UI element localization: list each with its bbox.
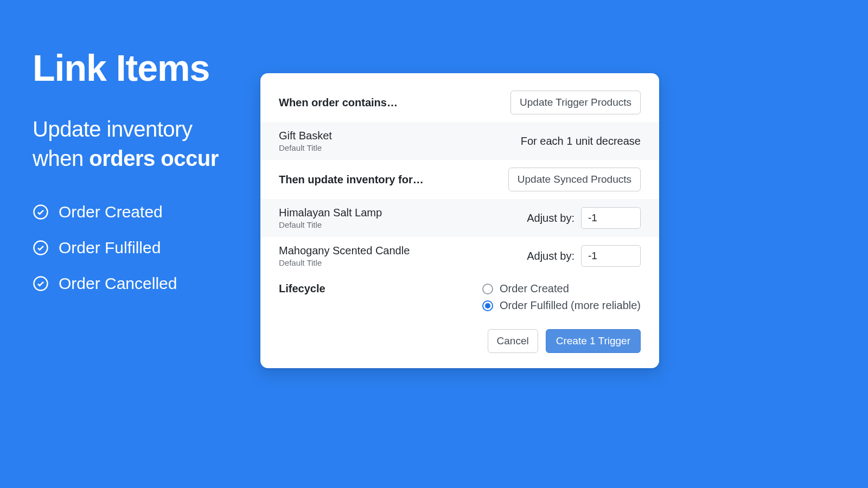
lifecycle-row: Lifecycle Order Created Order Fulfilled … xyxy=(260,275,659,316)
lifecycle-option-order-fulfilled[interactable]: Order Fulfilled (more reliable) xyxy=(482,299,641,312)
lifecycle-radio-group: Order Created Order Fulfilled (more reli… xyxy=(482,282,641,312)
svg-point-2 xyxy=(34,277,48,291)
lifecycle-label: Lifecycle xyxy=(279,282,326,295)
checklist-item: Order Cancelled xyxy=(33,274,239,293)
checklist-item: Order Fulfilled xyxy=(33,239,239,257)
svg-point-1 xyxy=(34,241,48,255)
product-variant: Default Title xyxy=(279,220,382,229)
product-variant: Default Title xyxy=(279,143,332,152)
when-header-row: When order contains… Update Trigger Prod… xyxy=(260,83,659,122)
product-variant: Default Title xyxy=(279,258,410,267)
check-circle-icon xyxy=(33,204,49,220)
adjust-by-input[interactable] xyxy=(581,245,641,267)
trigger-config-card: When order contains… Update Trigger Prod… xyxy=(260,73,659,368)
subtitle-emphasis: orders occur xyxy=(89,146,219,170)
radio-icon xyxy=(482,300,493,311)
checklist-label: Order Created xyxy=(59,203,163,221)
radio-icon xyxy=(482,284,493,294)
adjust-by-input[interactable] xyxy=(581,207,641,229)
config-panel-wrap: When order contains… Update Trigger Prod… xyxy=(260,0,868,368)
checklist-item: Order Created xyxy=(33,203,239,221)
radio-label: Order Fulfilled (more reliable) xyxy=(500,299,641,312)
page-title: Link Items xyxy=(33,49,239,87)
marketing-sidebar: Link Items Update inventory when orders … xyxy=(0,0,260,310)
lifecycle-option-order-created[interactable]: Order Created xyxy=(482,282,641,295)
form-actions: Cancel Create 1 Trigger xyxy=(260,316,659,353)
checklist-label: Order Fulfilled xyxy=(59,239,161,257)
cancel-button[interactable]: Cancel xyxy=(488,329,538,353)
update-trigger-products-button[interactable]: Update Trigger Products xyxy=(510,91,641,114)
radio-label: Order Created xyxy=(500,282,569,295)
adjust-by-label: Adjust by: xyxy=(527,212,575,224)
product-title: Mahogany Scented Candle xyxy=(279,245,410,257)
synced-product-row: Himalayan Salt Lamp Default Title Adjust… xyxy=(260,199,659,237)
update-synced-products-button[interactable]: Update Synced Products xyxy=(508,168,641,191)
check-circle-icon xyxy=(33,240,49,256)
svg-point-0 xyxy=(34,206,48,219)
trigger-product-row: Gift Basket Default Title For each 1 uni… xyxy=(260,122,659,160)
feature-checklist: Order Created Order Fulfilled Order Canc… xyxy=(33,203,239,293)
product-title: Himalayan Salt Lamp xyxy=(279,207,382,219)
trigger-rule-text: For each 1 unit decrease xyxy=(521,135,641,147)
page-subtitle: Update inventory when orders occur xyxy=(33,114,239,173)
adjust-by-label: Adjust by: xyxy=(527,250,575,262)
synced-product-row: Mahogany Scented Candle Default Title Ad… xyxy=(260,237,659,275)
create-trigger-button[interactable]: Create 1 Trigger xyxy=(546,329,641,353)
when-label: When order contains… xyxy=(279,97,398,109)
then-label: Then update inventory for… xyxy=(279,174,424,186)
checklist-label: Order Cancelled xyxy=(59,274,177,293)
then-header-row: Then update inventory for… Update Synced… xyxy=(260,160,659,199)
product-title: Gift Basket xyxy=(279,130,332,142)
check-circle-icon xyxy=(33,275,49,292)
